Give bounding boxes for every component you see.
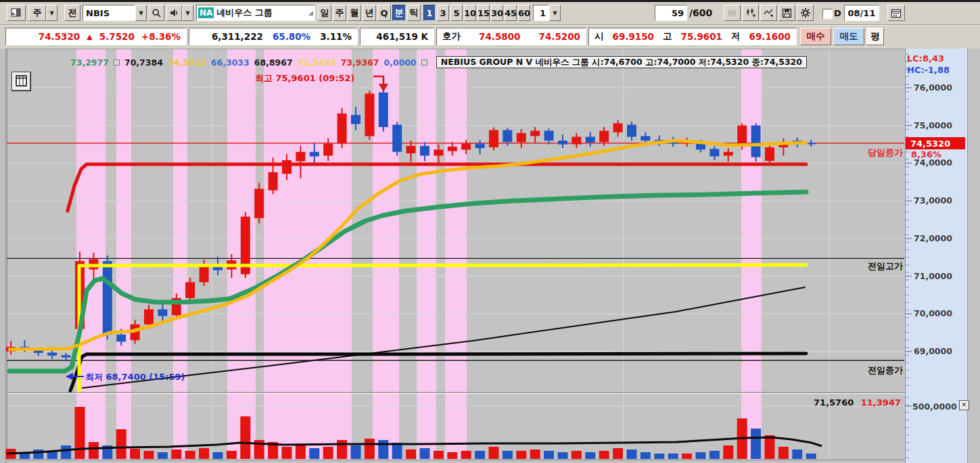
axis-tick-label: 70,0000 bbox=[914, 308, 964, 318]
volume-axis-label: 500,0000 bbox=[912, 401, 957, 412]
legend-value: 74,5032 bbox=[168, 57, 206, 68]
period-button-일[interactable]: 일 bbox=[318, 5, 331, 21]
chart-grid-button[interactable] bbox=[12, 72, 30, 91]
period-button-주[interactable]: 주 bbox=[333, 5, 346, 21]
legend-value: 66,3033 bbox=[211, 57, 250, 68]
chevron-down-icon: ▼ bbox=[185, 10, 189, 16]
add-line-tool-button[interactable] bbox=[760, 5, 777, 21]
legend-value: 0,0000 bbox=[384, 57, 417, 68]
interval-button-1[interactable]: 1 bbox=[423, 5, 436, 21]
prev-stock-button[interactable]: 전 bbox=[64, 5, 80, 21]
price-change-pct: +8.36% bbox=[141, 31, 181, 42]
bar-count-input[interactable] bbox=[655, 5, 687, 21]
legend-square-icon bbox=[421, 59, 427, 66]
interval-button-10[interactable]: 10 bbox=[464, 5, 476, 21]
calendar-button[interactable] bbox=[887, 5, 905, 21]
prev-close-line-label: 전일종가 bbox=[839, 364, 903, 376]
symbol-dropdown[interactable]: ▼ bbox=[135, 5, 147, 21]
today-close-line-label: 당일종가 bbox=[839, 147, 903, 159]
add-candle-tool-button[interactable] bbox=[742, 5, 759, 21]
hc-value: HC:-1,88 bbox=[907, 65, 950, 75]
volume-value: 6,311,222 bbox=[212, 31, 263, 42]
settings-button[interactable] bbox=[797, 5, 814, 21]
save-floppy-icon bbox=[782, 8, 792, 18]
zigzag-add-icon bbox=[764, 8, 774, 18]
trade-value: 461,519 K bbox=[376, 31, 428, 42]
legend-value: 68,8967 bbox=[254, 57, 293, 68]
interval-button-30[interactable]: 30 bbox=[491, 5, 503, 21]
candle-add-icon bbox=[745, 8, 756, 18]
interval-dropdown[interactable]: ▼ bbox=[549, 5, 561, 21]
save-button[interactable] bbox=[778, 5, 795, 21]
session-low-annotation: 최저 68,7400 (15:59) bbox=[85, 371, 185, 383]
low-label: 저 bbox=[731, 30, 741, 43]
bar-total-label: /600 bbox=[689, 7, 712, 18]
sell-button[interactable]: 매도 bbox=[833, 28, 864, 45]
axis-tick-label: 75,0000 bbox=[914, 120, 964, 130]
close-icon[interactable]: ✕ bbox=[959, 400, 969, 410]
interval-button-group: 1351015304560 bbox=[423, 5, 530, 21]
grid-tool-button-disabled[interactable] bbox=[724, 5, 741, 21]
volume-indicator-value2: 11,3947 bbox=[861, 397, 901, 408]
chart-toolbar: 주 ▼ 전 ▼ ▼ NA 네비우스 그룹 일주월년Q 분틱 1351015304… bbox=[0, 2, 980, 25]
left-frame-strip bbox=[0, 49, 6, 463]
d-checkbox[interactable] bbox=[822, 9, 833, 19]
open-label: 시 bbox=[594, 30, 604, 43]
avg-button[interactable]: 평 bbox=[866, 28, 884, 45]
axis-tick-label: 71,0000 bbox=[914, 271, 964, 281]
period-button-Q[interactable]: Q bbox=[377, 5, 391, 21]
legend-value: 70,7384 bbox=[124, 57, 163, 68]
rate2-value: 3.11% bbox=[320, 31, 352, 42]
stock-name-field[interactable]: NA 네비우스 그룹 bbox=[196, 5, 315, 21]
interval-button-3[interactable]: 3 bbox=[437, 5, 449, 21]
mode-button-분[interactable]: 분 bbox=[392, 5, 406, 21]
legend-values: 73,297770,738474,503266,303368,896771,34… bbox=[70, 57, 427, 68]
axis-tick-label: 72,0000 bbox=[914, 233, 964, 243]
stock-name-label: 네비우스 그룹 bbox=[216, 7, 306, 19]
hoga-cell: 호가 74.5800 74.5200 bbox=[436, 28, 586, 45]
chart-canvas[interactable] bbox=[0, 0, 980, 463]
stock-type-button[interactable]: 주 bbox=[28, 5, 46, 21]
hoga-label: 호가 bbox=[442, 30, 461, 43]
calendar-icon bbox=[891, 8, 902, 18]
turnover-pct: 65.80% bbox=[273, 31, 310, 42]
interval-button-60[interactable]: 60 bbox=[518, 5, 530, 21]
gear-icon bbox=[800, 7, 811, 18]
interval-value-input[interactable] bbox=[533, 5, 549, 21]
current-price-pct: 8,36% bbox=[911, 149, 941, 160]
period-button-년[interactable]: 년 bbox=[363, 5, 376, 21]
sound-button[interactable] bbox=[166, 5, 182, 21]
chevron-down-icon: ▼ bbox=[139, 10, 143, 16]
lc-value: LC:8,43 bbox=[907, 53, 944, 64]
date-input[interactable] bbox=[844, 5, 879, 21]
interval-button-45[interactable]: 45 bbox=[505, 5, 517, 21]
sound-dropdown[interactable]: ▼ bbox=[182, 5, 193, 21]
chart-title-box: NEBIUS GROUP N V 네비우스 그룹 시:74,6700 고:74,… bbox=[436, 56, 807, 68]
legend-value: 73,2977 bbox=[70, 57, 109, 68]
axis-tick-label: 76,0000 bbox=[914, 82, 964, 93]
panel-toggle-button[interactable] bbox=[7, 5, 26, 21]
period-button-group: 일주월년Q bbox=[318, 5, 391, 21]
trade-value-cell: 461,519 K bbox=[360, 28, 434, 45]
current-price-badge: 74,5320 bbox=[906, 137, 965, 149]
axis-tick-label: 69,0000 bbox=[914, 346, 964, 356]
interval-button-15[interactable]: 15 bbox=[477, 5, 490, 21]
buy-button[interactable]: 매수 bbox=[800, 28, 831, 45]
price-change: 5.7520 bbox=[99, 31, 135, 42]
resize-handle-icon[interactable] bbox=[308, 11, 313, 16]
legend-value: 71,3433 bbox=[298, 57, 336, 68]
symbol-code-input[interactable] bbox=[83, 5, 135, 21]
interval-button-5[interactable]: 5 bbox=[450, 5, 463, 21]
grid-table-icon bbox=[16, 75, 27, 89]
open-price: 69.9150 bbox=[613, 31, 655, 42]
last-price: 74.5320 bbox=[39, 31, 80, 42]
stock-type-dropdown[interactable]: ▼ bbox=[46, 5, 57, 21]
volume-cell: 6,311,222 65.80% 3.11% bbox=[189, 28, 358, 45]
ask-price: 74.5800 bbox=[479, 31, 521, 42]
period-button-월[interactable]: 월 bbox=[348, 5, 361, 21]
legend-value: 73,9367 bbox=[341, 57, 379, 68]
symbol-search-button[interactable] bbox=[149, 5, 164, 21]
price-cell: 74.5320 ▲ 5.7520 +8.36% bbox=[5, 28, 187, 45]
mode-button-틱[interactable]: 틱 bbox=[407, 5, 421, 21]
ohl-cell: 시 69.9150 고 75.9601 저 69.1600 bbox=[588, 28, 797, 45]
